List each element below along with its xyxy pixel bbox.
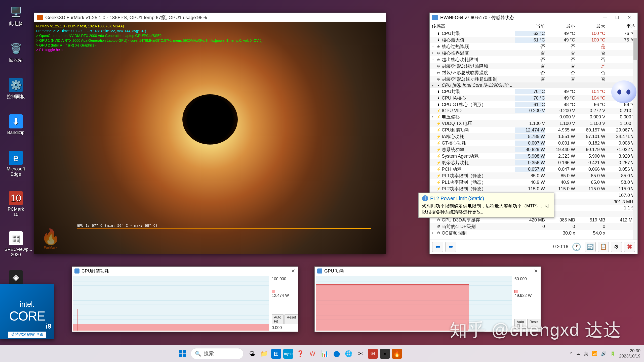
- aida64-icon[interactable]: 64: [368, 349, 378, 359]
- ime-indicator[interactable]: 英: [584, 351, 588, 357]
- hp-icon[interactable]: myhp: [283, 349, 293, 359]
- sensor-row[interactable]: ⚡PL1功率限制（静态）85.0 W85.0 W85.0 W85.0 W: [430, 172, 637, 179]
- elapsed-time: 0:20:16: [553, 244, 568, 249]
- start-button[interactable]: [177, 348, 188, 359]
- furmark-overlay: FurMark v1.25.1.0 - Burn-in test, 1920x1…: [36, 24, 262, 52]
- hwinfo-titlebar[interactable]: i HWiNFO64 v7.60-5170 - 传感器状态 — ☐ ✕: [430, 13, 637, 22]
- hwinfo-window: i HWiNFO64 v7.60-5170 - 传感器状态 — ☐ ✕ 传感器 …: [429, 13, 638, 254]
- intel-core-i9-badge: intel. CORE i9 英特尔® 酷睿™ i9: [0, 284, 54, 339]
- svg-rect-2: [179, 354, 182, 357]
- autofit-button[interactable]: Auto Fit: [272, 314, 284, 324]
- refresh-button[interactable]: 🔄: [585, 242, 596, 252]
- gpu-temp-graph: GPU 1: 67° C (min: 56° C - max: 68° C): [77, 223, 371, 234]
- expand-button[interactable]: ➡: [445, 242, 456, 252]
- svg-rect-1: [183, 350, 186, 353]
- furmark-donut: [182, 94, 238, 145]
- scrollbar[interactable]: [633, 30, 637, 240]
- desktop-icon[interactable]: ▦SPECviewp...2020: [5, 231, 27, 257]
- furmark-titlebar[interactable]: Geeks3D FurMark v1.25.1.0 - 138FPS, GPU1…: [34, 13, 386, 22]
- sensor-row[interactable]: ⚡总系统功率80.629 W19.440 W90.179 W71.032 W: [430, 146, 637, 153]
- store-icon[interactable]: ⊞: [271, 349, 281, 359]
- app-icon[interactable]: ▪: [380, 349, 390, 359]
- sensor-row[interactable]: ⊘封装/环形总线临界温度否否否: [430, 69, 637, 76]
- graph-icon: [317, 268, 322, 274]
- sensor-row[interactable]: ⚡System Agent功耗5.908 W2.323 W5.990 W3.92…: [430, 153, 637, 159]
- assistant-bubble[interactable]: [609, 80, 639, 111]
- app-icon[interactable]: 📊: [319, 349, 330, 359]
- volume-icon[interactable]: 🔊: [601, 351, 607, 356]
- sensor-row[interactable]: 🌡CPU IA核心70 °C49 °C104 °C81 °C: [430, 95, 637, 101]
- sensor-row[interactable]: ⏱当前的cTDP级别0000: [430, 223, 637, 230]
- clock-icon: 🕐: [572, 242, 581, 251]
- close-sensors-button[interactable]: ✖: [624, 242, 635, 252]
- app-icon[interactable]: ⬤: [332, 349, 342, 359]
- sensor-row[interactable]: ⊘封装/环形总线过热降频否否是: [430, 63, 637, 69]
- close-icon[interactable]: ✕: [291, 268, 295, 274]
- log-button[interactable]: 📋: [598, 242, 609, 252]
- cpu-power-graph-window[interactable]: CPU封装功耗✕ 100.000 12.474 W Auto FitReset …: [72, 266, 298, 332]
- wifi-icon[interactable]: 📶: [592, 351, 597, 356]
- sensor-tooltip: iPL2 Power Limit (Static) 短时间功率限制确定供电限制，…: [418, 193, 554, 218]
- furmark-window: Geeks3D FurMark v1.25.1.0 - 138FPS, GPU1…: [34, 13, 386, 254]
- furmark-logo: 🔥FurMark: [37, 226, 64, 251]
- sensor-row[interactable]: ⚡PCH 功耗0.057 W0.047 W0.066 W0.056 W: [430, 166, 637, 172]
- onedrive-icon[interactable]: ☁: [576, 351, 580, 356]
- sensor-row[interactable]: ⚡IA核心功耗5.785 W1.551 W57.101 W24.471 W: [430, 133, 637, 140]
- furmark-taskbar-icon[interactable]: 🔥: [392, 349, 402, 359]
- app-icon[interactable]: 🌤: [247, 349, 257, 359]
- sensor-row[interactable]: 🌡CPU GT核心（图形）61 °C48 °C66 °C59 °C: [430, 101, 637, 108]
- app-icon[interactable]: ❓: [295, 349, 305, 359]
- reset-button[interactable]: Reset: [285, 314, 298, 324]
- desktop-icon[interactable]: 🖥️此电脑: [5, 5, 27, 27]
- sensor-row[interactable]: 🌡CPU封装62 °C49 °C100 °C76 °C: [430, 30, 637, 37]
- edge-icon[interactable]: 🌐: [344, 349, 354, 359]
- sensor-row[interactable]: ⚡CPU封装功耗12.474 W4.965 W60.157 W29.067 W: [430, 127, 637, 133]
- taskbar-pinned-apps: 🌤 📁 ⊞ myhp ❓ W 📊 ⬤ 🌐 ✂ 64 ▪ 🔥: [247, 349, 402, 359]
- desktop-icon[interactable]: ⬇Bandizip: [5, 114, 27, 135]
- sensor-row[interactable]: ⚡VDDQ TX 电压1.100 V1.100 V1.100 V1.100 V: [430, 120, 637, 127]
- taskbar-clock[interactable]: 20:302023/10/19: [619, 348, 640, 359]
- sensor-row[interactable]: ⚡IGPU VID0.200 V0.200 V0.272 V0.210 V: [430, 108, 637, 114]
- desktop-icon[interactable]: eMicrosoft Edge: [5, 151, 27, 177]
- desktop-icon[interactable]: ⚙️控制面板: [5, 78, 27, 100]
- minimize-button[interactable]: —: [599, 14, 611, 21]
- sensor-row[interactable]: ⚡PL1功率限制（动态）40.9 W40.9 W65.0 W58.0 W: [430, 179, 637, 186]
- system-tray[interactable]: ^ ☁ 英 📶 🔊 🔋 20:302023/10/19: [570, 348, 640, 359]
- close-button[interactable]: ✕: [623, 14, 635, 21]
- sensor-row[interactable]: ⚡GT核心功耗0.007 W0.001 W0.182 W0.008 W: [430, 140, 637, 146]
- battery-icon[interactable]: 🔋: [610, 351, 616, 356]
- tray-chevron-icon[interactable]: ^: [570, 351, 572, 356]
- app-icon[interactable]: ✂: [356, 349, 366, 359]
- cpu-power-plot: [73, 276, 269, 331]
- watermark: 知乎 @chengxd 达达: [450, 318, 621, 342]
- sensor-row[interactable]: >⊘核心过热降频否否是: [430, 43, 637, 50]
- hwinfo-toolbar: ⬅ ➡ 0:20:16 🕐 🔄 📋 ⚙ ✖: [430, 240, 637, 254]
- sensor-row[interactable]: >⏱OC倍频限制30.0 x54.0 x: [430, 230, 637, 236]
- desktop-icon[interactable]: 10PCMark 10: [5, 191, 27, 217]
- sensor-row[interactable]: ⚡剩余芯片功耗0.356 W0.166 W0.421 W0.257 W: [430, 159, 637, 166]
- hwinfo-icon: i: [432, 15, 438, 20]
- sensor-row[interactable]: >⊘核心临界温度否否否: [430, 50, 637, 56]
- furmark-title-text: Geeks3D FurMark v1.25.1.0 - 138FPS, GPU1…: [45, 14, 207, 21]
- taskbar: 🔍搜索 🌤 📁 ⊞ myhp ❓ W 📊 ⬤ 🌐 ✂ 64 ▪ 🔥 ^ ☁ 英 …: [0, 345, 644, 362]
- sensor-row[interactable]: >⊘超出核心功耗限制否否否: [430, 56, 637, 63]
- sensor-row[interactable]: 🌡CPU封装70 °C49 °C104 °C81 °C: [430, 88, 637, 95]
- hwinfo-title-text: HWiNFO64 v7.60-5170 - 传感器状态: [440, 15, 514, 21]
- close-icon[interactable]: ✕: [534, 268, 538, 274]
- collapse-button[interactable]: ⬅: [432, 242, 443, 252]
- svg-rect-3: [183, 354, 186, 357]
- wps-icon[interactable]: W: [307, 349, 317, 359]
- explorer-icon[interactable]: 📁: [259, 349, 269, 359]
- sensor-row[interactable]: 🌡核心最大值61 °C49 °C100 °C75 °C: [430, 37, 637, 43]
- sensor-row[interactable]: >⚡电压偏移0.000 V0.000 V0.000 V: [430, 114, 637, 120]
- search-icon: 🔍: [195, 351, 201, 357]
- furmark-icon: [37, 15, 43, 20]
- taskbar-search[interactable]: 🔍搜索: [191, 348, 244, 359]
- svg-rect-0: [179, 350, 182, 353]
- sensor-row[interactable]: ⊘封装/环形总线功耗超出限制否否否: [430, 76, 637, 82]
- sensor-row[interactable]: ▾▪CPU [#0]: Intel Core i9-13900HK: ...: [430, 82, 637, 88]
- sensor-row[interactable]: ⚡PL2功率限制（静态）115.0 W115.0 W115.0 W115.0 W: [430, 186, 637, 192]
- desktop-icon[interactable]: 🗑️回收站: [5, 41, 27, 63]
- maximize-button[interactable]: ☐: [611, 14, 623, 21]
- settings-button[interactable]: ⚙: [611, 242, 622, 252]
